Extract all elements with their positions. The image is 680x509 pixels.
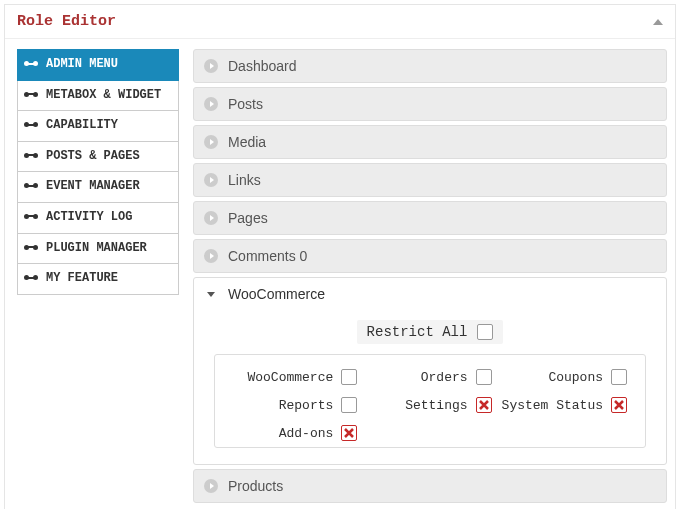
accordion-body: Restrict AllWooCommerceOrdersCouponsRepo… [194, 310, 666, 464]
accordion-section-posts: Posts [193, 87, 667, 121]
restrict-all-checkbox[interactable] [477, 324, 493, 340]
option-checkbox[interactable] [341, 425, 357, 441]
accordion-header[interactable]: Comments 0 [194, 240, 666, 272]
accordion-label: Posts [228, 96, 263, 112]
panel-body: ADMIN MENUMETABOX & WIDGETCAPABILITYPOST… [5, 39, 675, 509]
option-settings: Settings [367, 397, 491, 413]
option-checkbox[interactable] [476, 369, 492, 385]
accordion-section-dashboard: Dashboard [193, 49, 667, 83]
restrict-all-label: Restrict All [367, 324, 468, 340]
link-icon [24, 151, 38, 161]
option-reports: Reports [233, 397, 357, 413]
option-system-status: System Status [502, 397, 627, 413]
accordion-section-pages: Pages [193, 201, 667, 235]
option-label: Reports [279, 398, 334, 413]
sidebar-item-activity-log[interactable]: ACTIVITY LOG [17, 203, 179, 234]
expand-icon [204, 173, 218, 187]
accordion-section-media: Media [193, 125, 667, 159]
expand-icon [204, 135, 218, 149]
options-grid: WooCommerceOrdersCouponsReportsSettingsS… [233, 369, 627, 441]
accordion-section-products: Products [193, 469, 667, 503]
chevron-down-icon [207, 292, 215, 297]
link-icon [24, 243, 38, 253]
option-woocommerce: WooCommerce [233, 369, 357, 385]
option-checkbox[interactable] [341, 397, 357, 413]
expand-icon [204, 59, 218, 73]
sidebar-item-plugin-manager[interactable]: PLUGIN MANAGER [17, 234, 179, 265]
accordion-header[interactable]: WooCommerce [194, 278, 666, 310]
option-label: Settings [405, 398, 467, 413]
options-box: WooCommerceOrdersCouponsReportsSettingsS… [214, 354, 646, 448]
option-label: Add-ons [279, 426, 334, 441]
accordion-area: DashboardPostsMediaLinksPagesComments 0W… [193, 49, 667, 507]
link-icon [24, 90, 38, 100]
sidebar-item-capability[interactable]: CAPABILITY [17, 111, 179, 142]
sidebar-item-label: CAPABILITY [46, 118, 118, 134]
restrict-all-pill: Restrict All [357, 320, 504, 344]
role-editor-panel: Role Editor ADMIN MENUMETABOX & WIDGETCA… [4, 4, 676, 509]
sidebar-tabs: ADMIN MENUMETABOX & WIDGETCAPABILITYPOST… [17, 49, 179, 507]
accordion-header[interactable]: Media [194, 126, 666, 158]
option-label: System Status [502, 398, 603, 413]
sidebar-item-label: MY FEATURE [46, 271, 118, 287]
link-icon [24, 212, 38, 222]
accordion-header[interactable]: Posts [194, 88, 666, 120]
expand-icon [204, 479, 218, 493]
sidebar-item-label: METABOX & WIDGET [46, 88, 161, 104]
accordion-label: Comments 0 [228, 248, 307, 264]
restrict-all-row: Restrict All [214, 320, 646, 344]
accordion-section-comments-0: Comments 0 [193, 239, 667, 273]
link-icon [24, 181, 38, 191]
accordion-section-links: Links [193, 163, 667, 197]
collapse-icon[interactable] [653, 19, 663, 25]
option-checkbox[interactable] [611, 369, 627, 385]
panel-title: Role Editor [17, 13, 116, 30]
accordion-header[interactable]: Products [194, 470, 666, 502]
sidebar-item-admin-menu[interactable]: ADMIN MENU [17, 49, 179, 81]
sidebar-item-label: ACTIVITY LOG [46, 210, 132, 226]
sidebar-item-label: EVENT MANAGER [46, 179, 140, 195]
accordion-label: Media [228, 134, 266, 150]
accordion-label: WooCommerce [228, 286, 325, 302]
option-checkbox[interactable] [341, 369, 357, 385]
sidebar-item-label: PLUGIN MANAGER [46, 241, 147, 257]
accordion-label: Links [228, 172, 261, 188]
option-coupons: Coupons [502, 369, 627, 385]
option-label: Orders [421, 370, 468, 385]
sidebar-item-event-manager[interactable]: EVENT MANAGER [17, 172, 179, 203]
option-checkbox[interactable] [611, 397, 627, 413]
option-add-ons: Add-ons [233, 425, 357, 441]
accordion-label: Dashboard [228, 58, 297, 74]
accordion-label: Products [228, 478, 283, 494]
accordion-label: Pages [228, 210, 268, 226]
accordion-section-woocommerce: WooCommerceRestrict AllWooCommerceOrders… [193, 277, 667, 465]
sidebar-item-label: ADMIN MENU [46, 57, 118, 73]
option-label: Coupons [548, 370, 603, 385]
link-icon [24, 59, 38, 69]
accordion-header[interactable]: Dashboard [194, 50, 666, 82]
option-checkbox[interactable] [476, 397, 492, 413]
link-icon [24, 273, 38, 283]
expand-icon [204, 249, 218, 263]
accordion-header[interactable]: Links [194, 164, 666, 196]
sidebar-item-metabox-widget[interactable]: METABOX & WIDGET [17, 81, 179, 112]
link-icon [24, 120, 38, 130]
accordion-header[interactable]: Pages [194, 202, 666, 234]
sidebar-item-my-feature[interactable]: MY FEATURE [17, 264, 179, 295]
option-label: WooCommerce [247, 370, 333, 385]
expand-icon [204, 211, 218, 225]
option-orders: Orders [367, 369, 491, 385]
panel-header: Role Editor [5, 5, 675, 39]
sidebar-item-posts-pages[interactable]: POSTS & PAGES [17, 142, 179, 173]
expand-icon [204, 97, 218, 111]
sidebar-item-label: POSTS & PAGES [46, 149, 140, 165]
